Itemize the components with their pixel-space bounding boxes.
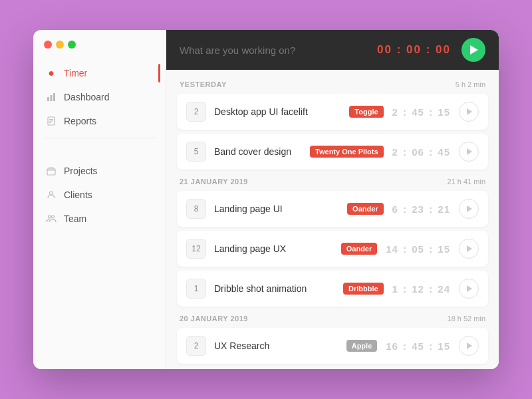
entry-tag[interactable]: Twenty One Pilots xyxy=(310,146,384,158)
table-row: 2 Desktop app UI facelift Toggle 2 : 45 … xyxy=(177,94,488,130)
task-input[interactable] xyxy=(180,45,377,56)
entry-tag[interactable]: Oander xyxy=(347,203,384,215)
entry-title: UX Research xyxy=(214,340,338,351)
team-icon xyxy=(45,213,57,225)
entry-play-button[interactable] xyxy=(459,239,479,259)
entry-play-button[interactable] xyxy=(459,336,479,356)
entry-tag[interactable]: Toggle xyxy=(349,106,383,118)
sidebar-nav-primary: ● Timer Dashboard xyxy=(33,62,166,132)
sidebar-label-reports: Reports xyxy=(64,116,96,126)
sidebar-label-timer: Timer xyxy=(64,68,87,78)
date-label-yesterday: YESTERDAY xyxy=(180,80,227,88)
entry-number: 8 xyxy=(186,199,206,219)
entry-time: 2 : 45 : 15 xyxy=(392,106,451,118)
entry-title: Landing page UI xyxy=(214,203,339,214)
date-total-jan20: 18 h 52 min xyxy=(448,315,485,323)
date-group-header-jan21: 21 JANUARY 2019 21 h 41 min xyxy=(177,178,488,186)
entry-time: 14 : 05 : 15 xyxy=(385,243,451,255)
timer-icon: ● xyxy=(45,67,57,79)
date-group-jan21: 21 JANUARY 2019 21 h 41 min 8 Landing pa… xyxy=(177,178,488,307)
app-window: ● Timer Dashboard xyxy=(33,30,499,369)
entry-title: Band cover design xyxy=(214,146,302,157)
entry-title: Landing page UX xyxy=(214,243,333,254)
main-content: 00 : 00 : 00 YESTERDAY 5 h 2 min 2 Deskt… xyxy=(166,30,499,369)
entry-title: Desktop app UI facelift xyxy=(214,106,341,117)
sidebar-divider xyxy=(44,138,155,138)
sidebar-label-clients: Clients xyxy=(64,190,92,200)
close-button[interactable] xyxy=(44,41,52,49)
maximize-button[interactable] xyxy=(68,41,76,49)
projects-icon xyxy=(45,165,57,177)
clients-icon xyxy=(45,189,57,201)
date-group-yesterday: YESTERDAY 5 h 2 min 2 Desktop app UI fac… xyxy=(177,80,488,170)
entry-time: 6 : 23 : 21 xyxy=(392,203,451,215)
date-group-header-yesterday: YESTERDAY 5 h 2 min xyxy=(177,80,488,88)
timer-display: 00 : 00 : 00 xyxy=(377,43,451,57)
table-row: 2 UX Research Apple 16 : 45 : 15 xyxy=(177,328,488,364)
date-total-jan21: 21 h 41 min xyxy=(448,178,485,186)
traffic-lights xyxy=(33,41,166,62)
entry-number: 12 xyxy=(186,239,206,259)
date-group-header-jan20: 20 JANUARY 2019 18 h 52 min xyxy=(177,315,488,323)
entries-list: YESTERDAY 5 h 2 min 2 Desktop app UI fac… xyxy=(166,70,499,369)
entry-tag[interactable]: Dribbble xyxy=(343,283,384,295)
sidebar-item-projects[interactable]: Projects xyxy=(39,160,160,182)
entry-tag[interactable]: Oander xyxy=(341,243,378,255)
table-row: 5 Band cover design Twenty One Pilots 2 … xyxy=(177,134,488,170)
entry-number: 2 xyxy=(186,336,206,356)
dashboard-icon xyxy=(45,91,57,103)
svg-point-8 xyxy=(50,192,53,195)
table-row: 1 Dribble shot animation Dribbble 1 : 12… xyxy=(177,271,488,307)
sidebar-label-dashboard: Dashboard xyxy=(64,92,110,102)
entry-tag[interactable]: Apple xyxy=(346,340,378,352)
entry-number: 1 xyxy=(186,279,206,299)
minimize-button[interactable] xyxy=(56,41,64,49)
sidebar: ● Timer Dashboard xyxy=(33,30,166,369)
table-row: 8 Landing page UI Oander 6 : 23 : 21 xyxy=(177,191,488,227)
svg-rect-1 xyxy=(51,95,53,101)
entry-number: 5 xyxy=(186,142,206,162)
sidebar-item-dashboard[interactable]: Dashboard xyxy=(39,86,160,108)
start-timer-button[interactable] xyxy=(462,38,485,62)
date-total-yesterday: 5 h 2 min xyxy=(456,80,485,88)
entry-title: Dribble shot animation xyxy=(214,283,335,294)
svg-rect-2 xyxy=(53,93,55,101)
entry-play-button[interactable] xyxy=(459,199,479,219)
sidebar-item-team[interactable]: Team xyxy=(39,207,160,230)
svg-rect-7 xyxy=(47,169,55,175)
svg-rect-0 xyxy=(47,97,49,101)
entry-play-button[interactable] xyxy=(459,102,479,122)
table-row: 12 Landing page UX Oander 14 : 05 : 15 xyxy=(177,231,488,267)
entry-play-button[interactable] xyxy=(459,279,479,299)
entry-time: 16 : 45 : 15 xyxy=(385,340,451,352)
date-label-jan21: 21 JANUARY 2019 xyxy=(180,178,248,186)
sidebar-nav-secondary: Projects Clients xyxy=(33,154,166,230)
sidebar-label-team: Team xyxy=(64,213,86,224)
sidebar-label-projects: Projects xyxy=(64,166,98,176)
sidebar-item-clients[interactable]: Clients xyxy=(39,184,160,206)
sidebar-item-timer[interactable]: ● Timer xyxy=(39,62,160,84)
date-group-jan20: 20 JANUARY 2019 18 h 52 min 2 UX Researc… xyxy=(177,315,488,364)
entry-play-button[interactable] xyxy=(459,142,479,162)
date-label-jan20: 20 JANUARY 2019 xyxy=(180,315,248,323)
sidebar-item-reports[interactable]: Reports xyxy=(39,110,160,132)
header-bar: 00 : 00 : 00 xyxy=(166,30,499,70)
entry-number: 2 xyxy=(186,102,206,122)
entry-time: 1 : 12 : 24 xyxy=(392,283,451,295)
entry-time: 2 : 06 : 45 xyxy=(392,146,451,158)
reports-icon xyxy=(45,115,57,127)
